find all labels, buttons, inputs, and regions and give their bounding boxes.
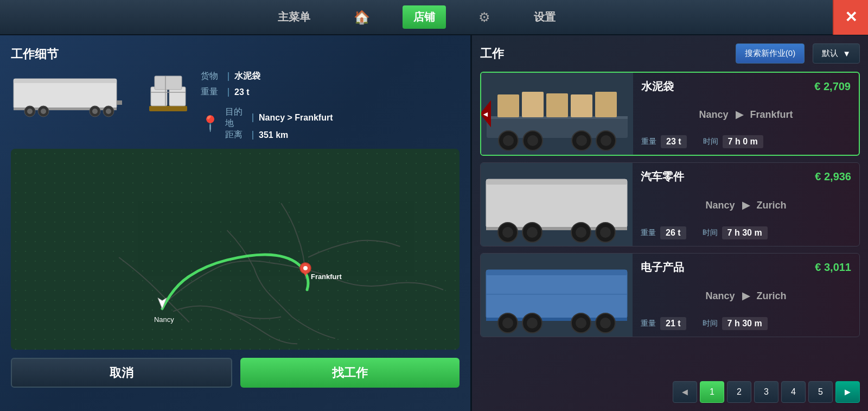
page-4-button[interactable]: 4 [781,381,806,403]
cargo-info-section: 货物 水泥袋 重量 23 t 📍 目的地 Nan [11,71,459,141]
page-3-button[interactable]: 3 [754,381,778,403]
svg-point-36 [576,135,587,146]
cargo-label: 货物 [201,71,222,82]
nav-settings-icon[interactable]: ⚙ [478,10,490,25]
job-to-1: Frankfurt [750,109,793,120]
job-from-3: Nancy [705,290,735,301]
weight-label: 重量 [201,86,222,98]
svg-rect-41 [486,179,627,185]
svg-point-4 [27,109,33,114]
route-map: Frankfurt Nancy [11,149,459,350]
cancel-button[interactable]: 取消 [11,358,232,388]
svg-rect-29 [571,94,592,117]
close-button[interactable]: ✕ [833,0,868,35]
cargo-details: 货物 水泥袋 重量 23 t 📍 目的地 Nan [201,71,459,141]
time-stat-1: 时间 7 h 0 m [703,135,763,148]
destination-section: 📍 目的地 Nancy > Frankfurt 距离 351 km [201,106,459,141]
svg-point-34 [527,135,538,146]
time-stat-value-1: 7 h 0 m [723,135,763,148]
time-stat-label-3: 时间 [703,319,718,328]
svg-point-44 [502,227,513,238]
svg-point-19 [303,266,308,270]
job-price-1: € 2,709 [814,80,851,93]
svg-point-57 [502,318,513,328]
nav-shop[interactable]: 店铺 [403,5,446,29]
cargo-value: 水泥袋 [234,71,260,82]
nav-settings[interactable]: 设置 [523,5,566,29]
jobs-title: 工作 [480,46,504,62]
destination-row: 目的地 Nancy > Frankfurt [225,106,333,129]
route-arrow-3: ▶ [742,290,750,301]
svg-point-10 [106,109,111,114]
sort-button[interactable]: 默认 ▼ [813,43,860,64]
job-cargo-name-3: 电子产品 [641,260,684,275]
job-route-1: Nancy ▶ Frankfurt [641,109,851,121]
svg-point-59 [527,318,538,328]
time-stat-value-3: 7 h 30 m [722,317,768,330]
route-arrow-2: ▶ [742,200,750,211]
svg-rect-15 [155,76,182,90]
svg-rect-27 [522,92,544,117]
svg-point-50 [600,227,611,238]
job-to-2: Zurich [757,200,787,211]
job-price-2: € 2,936 [815,170,851,183]
pagination: ◄ 1 2 3 4 5 ► [480,381,860,403]
svg-point-61 [576,318,586,328]
page-2-button[interactable]: 2 [727,381,751,403]
weight-value: 23 t [234,87,250,97]
job-card-3[interactable]: 电子产品 € 3,011 Nancy ▶ Zurich 重量 21 t [480,253,860,337]
svg-point-32 [503,135,514,146]
job-to-3: Zurich [757,290,787,301]
job-image-1 [481,73,633,155]
svg-rect-28 [546,93,568,117]
destination-details: 目的地 Nancy > Frankfurt 距离 351 km [225,106,333,141]
time-stat-label-2: 时间 [703,228,718,238]
search-new-jobs-button[interactable]: 搜索新作业(0) [736,43,805,64]
find-job-button[interactable]: 找工作 [240,358,459,388]
job-card-1[interactable]: ◄ [480,72,860,156]
main-content: 工作细节 [0,35,868,411]
distance-row: 距离 351 km [225,129,333,141]
weight-stat-value-3: 21 t [660,317,686,330]
separator3 [252,113,253,122]
job-top-row-3: 电子产品 € 3,011 [641,260,851,275]
job-card-2[interactable]: 汽车零件 € 2,936 Nancy ▶ Zurich 重量 26 t [480,162,860,246]
page-1-button[interactable]: 1 [700,381,724,403]
job-route-3: Nancy ▶ Zurich [641,290,851,302]
nav-home-icon[interactable]: 🏠 [354,10,370,25]
svg-rect-53 [486,270,627,275]
job-cargo-name-2: 汽车零件 [641,169,684,184]
left-panel-title: 工作细节 [11,46,459,62]
job-info-2: 汽车零件 € 2,936 Nancy ▶ Zurich 重量 26 t [633,163,859,246]
svg-text:Nancy: Nancy [154,316,174,324]
page-5-button[interactable]: 5 [808,381,833,403]
svg-text:Frankfurt: Frankfurt [311,273,342,281]
svg-rect-0 [14,79,117,109]
time-stat-value-2: 7 h 30 m [722,226,768,239]
prev-page-button[interactable]: ◄ [673,381,697,403]
truck-preview [11,71,136,119]
job-cargo-name-1: 水泥袋 [641,79,674,94]
job-stats-3: 重量 21 t 时间 7 h 30 m [641,317,851,330]
separator4 [252,131,253,140]
right-panel: 工作 搜索新作业(0) 默认 ▼ ◄ [472,35,868,411]
job-price-3: € 3,011 [815,261,851,274]
weight-stat-value-2: 26 t [660,226,686,239]
job-info-3: 电子产品 € 3,011 Nancy ▶ Zurich 重量 21 t [633,254,859,337]
cargo-row: 货物 水泥袋 [201,71,459,82]
svg-point-6 [41,109,46,114]
svg-rect-11 [117,100,122,105]
separator [228,72,229,81]
dist-label: 距离 [225,129,247,141]
job-image-3 [481,254,633,337]
nav-main-menu[interactable]: 主菜单 [267,5,321,29]
job-stats-1: 重量 23 t 时间 7 h 0 m [641,135,851,148]
right-header: 工作 搜索新作业(0) 默认 ▼ [480,43,860,64]
job-top-row-1: 水泥袋 € 2,709 [641,79,851,94]
svg-point-63 [600,318,611,328]
job-top-row-2: 汽车零件 € 2,936 [641,169,851,184]
weight-stat-value-1: 23 t [661,135,687,148]
cargo-icon [146,71,190,114]
weight-stat-2: 重量 26 t [641,226,686,239]
next-page-button[interactable]: ► [835,381,860,403]
